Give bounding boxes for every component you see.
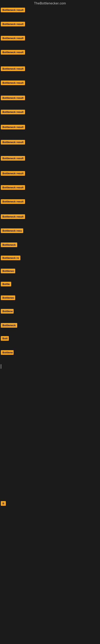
bottleneck-badge[interactable]: Bottleneck result <box>1 22 25 26</box>
bottleneck-badge[interactable]: Bottleneck result <box>1 50 25 54</box>
bottleneck-badge-row: Bottleneck result <box>1 110 25 115</box>
bottleneck-badge-row: Bottlene <box>1 350 14 356</box>
bottleneck-badge[interactable]: Bottleneck <box>1 242 17 247</box>
bottleneck-badge-row: Bottleneck result <box>1 156 25 162</box>
bottleneck-badge[interactable]: Bottleneck resu <box>1 228 23 233</box>
bottleneck-badge[interactable]: Bottleneck result <box>1 96 25 100</box>
bottleneck-badge[interactable]: Bottleneck result <box>1 156 25 160</box>
bottleneck-badge-row: Bottleneck result <box>1 125 25 130</box>
bottleneck-badge[interactable]: Bottlenec <box>1 296 15 300</box>
bottleneck-badge[interactable]: Bottle <box>1 282 11 286</box>
bottleneck-badge-row: Bottle <box>1 282 11 287</box>
bottleneck-badge-row: Bottleneck result <box>1 80 25 86</box>
bottleneck-badge[interactable]: Bottleneck result <box>1 66 25 71</box>
bottleneck-badge-row: Bottlenec <box>1 296 15 301</box>
bottleneck-badge[interactable]: Bottleneck result <box>1 199 25 204</box>
bottleneck-badge-row: Bottleneck result <box>1 8 25 13</box>
bottleneck-badge-row: Bottleneck result <box>1 66 25 72</box>
bottleneck-badge[interactable]: Bottlene <box>1 309 14 314</box>
bottleneck-badge-row: Bottleneck <box>1 323 17 328</box>
bottleneck-badge-row: Bottlene <box>1 309 14 314</box>
bottleneck-badge-row: Bottleneck result <box>1 50 25 55</box>
bottleneck-badge-row: Bottleneck result <box>1 96 25 101</box>
bottleneck-badge-row: Bottleneck result <box>1 140 25 145</box>
bottleneck-badge[interactable]: Bottleneck result <box>1 36 25 40</box>
bottleneck-badge-row: Bottleneck result <box>1 214 25 220</box>
bottleneck-badge[interactable]: Bottleneck result <box>1 8 25 12</box>
bottleneck-badge-row: Bottleneck re <box>1 256 20 261</box>
bottleneck-badge[interactable]: Bottleneck <box>1 323 17 328</box>
bottleneck-badge[interactable]: Bottleneck result <box>1 171 25 176</box>
bottleneck-badge[interactable]: Bottleneck result <box>1 140 25 144</box>
page-container: TheBottlenecker.com Bottleneck resultBot… <box>0 0 100 644</box>
bottleneck-badge[interactable]: Bottlenec <box>1 269 15 273</box>
bottleneck-badge-row: Bott <box>1 336 9 342</box>
site-title: TheBottlenecker.com <box>0 0 100 8</box>
bottleneck-badge[interactable]: Bottleneck re <box>1 256 20 260</box>
text-cursor <box>1 364 1 369</box>
bottleneck-badge[interactable]: Bottleneck result <box>1 80 25 85</box>
bottleneck-badge[interactable]: Bottleneck result <box>1 125 25 130</box>
bottleneck-badge-row: Bottleneck result <box>1 171 25 176</box>
bottleneck-badge-row: Bottleneck result <box>1 22 25 27</box>
bottleneck-badge-row: Bottleneck result <box>1 199 25 205</box>
bottleneck-badge-row: Bottleneck result <box>1 185 25 190</box>
bottleneck-badge[interactable]: Bottleneck result <box>1 110 25 114</box>
bottom-badge[interactable]: B <box>1 501 6 506</box>
bottleneck-badge-row: Bottleneck result <box>1 36 25 41</box>
bottom-badge-row: B <box>1 501 6 506</box>
bottleneck-badge-row: Bottleneck resu <box>1 228 23 234</box>
bottleneck-badge[interactable]: Bottlene <box>1 350 14 355</box>
bottleneck-badge[interactable]: Bott <box>1 336 9 341</box>
bottleneck-badge[interactable]: Bottleneck result <box>1 214 25 219</box>
bottleneck-badge-row: Bottlenec <box>1 269 15 274</box>
bottleneck-badge-row: Bottleneck <box>1 242 17 248</box>
bottleneck-badge[interactable]: Bottleneck result <box>1 185 25 190</box>
